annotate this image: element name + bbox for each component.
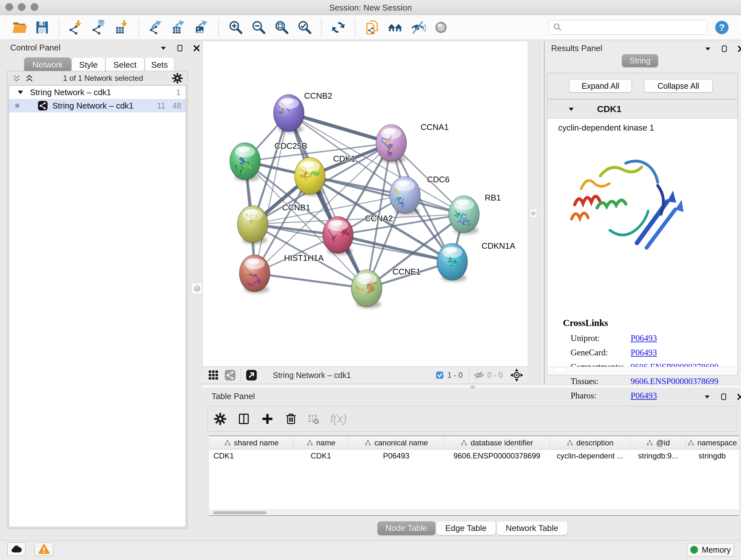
tab-string[interactable]: String xyxy=(622,54,658,67)
show-graphics-button[interactable] xyxy=(432,18,450,37)
left-splitter-handle[interactable] xyxy=(192,283,202,294)
network-collection-row[interactable]: String Network – cdk1 1 xyxy=(9,85,186,99)
horizontal-splitter[interactable] xyxy=(202,385,741,388)
home-pair-button[interactable] xyxy=(386,18,404,37)
add-column-icon[interactable] xyxy=(258,409,277,429)
panel-float-icon[interactable] xyxy=(175,44,185,53)
function-builder-icon[interactable]: f(x) xyxy=(325,409,352,429)
panel-close-icon[interactable] xyxy=(736,44,741,54)
network-node-ccna2[interactable] xyxy=(322,216,353,256)
column-header-shared-name[interactable]: shared name xyxy=(209,436,293,449)
tab-sets[interactable]: Sets xyxy=(145,57,174,72)
network-node-ccnb2[interactable] xyxy=(260,95,304,133)
export-network-button[interactable] xyxy=(146,18,165,37)
network-node-cdc25b[interactable] xyxy=(230,143,260,181)
import-table-button[interactable] xyxy=(113,18,131,37)
panel-close-icon[interactable] xyxy=(736,392,741,401)
column-header--id[interactable]: @id xyxy=(630,436,686,449)
network-node-ccne1[interactable] xyxy=(351,270,382,308)
table-cell[interactable]: stringdb xyxy=(686,449,738,462)
panel-close-icon[interactable] xyxy=(192,44,201,53)
network-node-rb1[interactable] xyxy=(449,196,480,234)
network-node-ccna1[interactable] xyxy=(376,125,407,163)
grid-view-icon[interactable] xyxy=(207,368,220,382)
refresh-button[interactable] xyxy=(329,18,347,37)
selected-checkbox-icon[interactable] xyxy=(434,370,445,380)
network-node-cdk1[interactable] xyxy=(294,158,325,196)
zoom-fit-button[interactable] xyxy=(272,18,291,37)
table-row[interactable]: CDK1CDK1P064939606.ENSP00000378699cyclin… xyxy=(209,449,739,462)
zoom-out-button[interactable] xyxy=(249,18,268,37)
table-cell[interactable]: cyclin-dependent ... xyxy=(549,449,630,462)
import-database-button[interactable] xyxy=(90,18,108,37)
tab-select[interactable]: Select xyxy=(106,57,144,72)
open-in-new-icon[interactable] xyxy=(245,368,258,382)
help-button[interactable]: ? xyxy=(714,19,731,36)
warnings-button[interactable] xyxy=(35,543,53,556)
network-edge[interactable] xyxy=(255,273,367,288)
right-splitter-handle[interactable] xyxy=(530,209,537,217)
search-input[interactable] xyxy=(549,20,707,35)
export-table-button[interactable] xyxy=(170,18,188,37)
export-image-button[interactable] xyxy=(192,18,211,37)
network-row[interactable]: String Network – cdk1 11 48 xyxy=(9,99,186,112)
panel-menu-icon[interactable] xyxy=(702,392,712,401)
network-edge[interactable] xyxy=(255,113,289,273)
table-cell[interactable]: CDK1 xyxy=(209,449,293,462)
tab-edge-table[interactable]: Edge Table xyxy=(436,521,495,535)
panel-float-icon[interactable] xyxy=(720,44,729,54)
panel-float-icon[interactable] xyxy=(719,392,729,401)
table-cell[interactable]: 9606.ENSP00000378699 xyxy=(444,449,549,462)
open-folder-button[interactable] xyxy=(10,18,28,37)
expand-all-networks-icon[interactable] xyxy=(24,73,35,84)
hidden-eye-icon[interactable] xyxy=(473,369,485,381)
show-columns-icon[interactable] xyxy=(234,409,254,429)
panel-menu-icon[interactable] xyxy=(158,44,168,53)
network-node-ccnb1[interactable] xyxy=(238,197,268,244)
results-hscroll-thumb[interactable] xyxy=(554,368,565,373)
zoom-in-button[interactable] xyxy=(226,18,245,37)
zoom-selected-button[interactable] xyxy=(295,18,314,37)
tree-collapse-icon[interactable] xyxy=(16,88,25,97)
horizontal-splitter-handle[interactable] xyxy=(470,386,475,388)
column-header-database-identifier[interactable]: database identifier xyxy=(444,436,549,449)
network-node-hist1h1a[interactable] xyxy=(230,255,270,294)
birds-eye-crosshair-icon[interactable] xyxy=(510,368,524,382)
table-cell[interactable]: stringdb:9... xyxy=(630,449,686,462)
tab-node-table[interactable]: Node Table xyxy=(378,521,435,535)
crosslink-link[interactable]: P06493 xyxy=(630,333,657,343)
import-network-button[interactable] xyxy=(67,18,85,37)
section-collapse-icon[interactable] xyxy=(567,105,576,113)
save-button[interactable] xyxy=(33,18,51,37)
tab-network[interactable]: Network xyxy=(24,57,71,72)
tab-network-table[interactable]: Network Table xyxy=(496,521,567,535)
network-node-cdkn1a[interactable] xyxy=(437,243,468,282)
share-document-button[interactable] xyxy=(363,18,381,37)
cloud-status-button[interactable] xyxy=(7,543,25,556)
delete-column-icon[interactable] xyxy=(281,409,301,429)
table-cell[interactable]: CDK1 xyxy=(293,449,348,462)
crosslink-link[interactable]: P06493 xyxy=(630,348,657,358)
memory-button[interactable]: Memory xyxy=(687,543,734,557)
network-share-icon[interactable] xyxy=(223,368,237,382)
clear-table-icon[interactable] xyxy=(304,409,323,429)
results-hscroll-track[interactable] xyxy=(548,367,737,374)
collapse-all-networks-icon[interactable] xyxy=(11,73,22,84)
network-graph[interactable]: CCNB2CCNA1CDC25BCDK1CDC6RB1CCNB1CCNA2CDK… xyxy=(203,42,528,367)
column-header-description[interactable]: description xyxy=(549,436,630,449)
column-header-namespace[interactable]: namespace xyxy=(686,436,738,449)
table-hscroll-track[interactable] xyxy=(209,509,739,515)
collapse-all-button[interactable]: Collapse All xyxy=(644,79,713,92)
expand-all-button[interactable]: Expand All xyxy=(569,79,632,92)
table-hscroll-thumb[interactable] xyxy=(213,511,266,514)
tab-style[interactable]: Style xyxy=(72,57,105,72)
network-edge[interactable] xyxy=(289,113,391,143)
hide-graphics-button[interactable] xyxy=(409,18,427,37)
table-settings-gear-icon[interactable] xyxy=(210,409,230,429)
cdk1-section-header[interactable]: CDK1 xyxy=(547,100,738,118)
search-input-field[interactable] xyxy=(563,21,704,34)
network-view-canvas[interactable]: CCNB2CCNA1CDC25BCDK1CDC6RB1CCNB1CCNA2CDK… xyxy=(202,42,528,367)
column-header-name[interactable]: name xyxy=(293,436,348,449)
network-options-gear-icon[interactable] xyxy=(172,72,184,84)
panel-menu-icon[interactable] xyxy=(703,44,713,54)
